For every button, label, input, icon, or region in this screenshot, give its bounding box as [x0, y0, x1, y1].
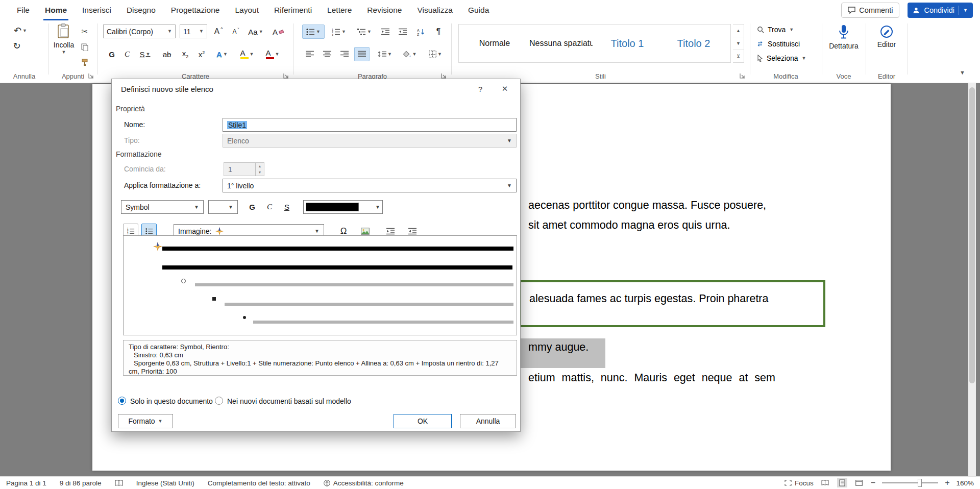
style-normale[interactable]: Normale	[463, 39, 526, 48]
format-painter-button[interactable]	[78, 55, 91, 69]
print-layout-view-icon[interactable]	[837, 478, 847, 487]
dialog-underline-button[interactable]: S	[279, 200, 295, 214]
sort-button[interactable]: AZ	[413, 25, 429, 39]
ok-button[interactable]: OK	[394, 414, 452, 428]
dialog-close-button[interactable]: ✕	[495, 81, 515, 96]
bullet-size-dropdown[interactable]: ▼	[208, 200, 238, 214]
tab-visualizza[interactable]: Visualizza	[409, 0, 460, 20]
type-dropdown[interactable]: Elenco▼	[223, 134, 517, 148]
radio-new-documents[interactable]	[215, 397, 223, 405]
tab-inserisci[interactable]: Inserisci	[75, 0, 119, 20]
appunti-dialog-launcher[interactable]	[88, 72, 94, 79]
select-button[interactable]: Seleziona ▼	[757, 54, 806, 62]
bullet-color-dropdown[interactable]: ▼	[303, 200, 383, 214]
align-left-button[interactable]	[302, 47, 317, 61]
proofing-book-icon[interactable]	[115, 480, 123, 486]
accessibility-indicator[interactable]: Accessibilità: conforme	[324, 479, 404, 487]
format-menu-button[interactable]: Formato▼	[118, 414, 173, 428]
web-layout-view-icon[interactable]	[854, 478, 864, 487]
zoom-in-button[interactable]: +	[945, 478, 949, 487]
tab-home[interactable]: Home	[37, 0, 75, 20]
align-center-button[interactable]	[320, 47, 335, 61]
show-formatting-button[interactable]: ¶	[431, 25, 446, 39]
italic-button[interactable]: C	[120, 47, 134, 61]
dialog-help-button[interactable]: ?	[470, 81, 491, 96]
name-input[interactable]: Stile1	[223, 118, 517, 132]
bullet-font-dropdown[interactable]: Symbol▼	[121, 200, 204, 214]
tab-layout[interactable]: Layout	[227, 0, 266, 20]
gallery-more-icon[interactable]: ⊻	[733, 50, 744, 62]
radio-only-this-document[interactable]	[118, 397, 126, 405]
focus-mode-button[interactable]: Focus	[785, 479, 814, 487]
tab-disegno[interactable]: Disegno	[119, 0, 163, 20]
strikethrough-button[interactable]: ab	[158, 47, 176, 61]
text-effects-button[interactable]: A▼	[211, 47, 233, 61]
bold-button[interactable]: G	[105, 47, 119, 61]
undo-button[interactable]: ↶▼	[9, 23, 32, 38]
text-completion-indicator[interactable]: Completamento del testo: attivato	[208, 479, 310, 487]
word-count[interactable]: 9 di 86 parole	[60, 479, 102, 487]
superscript-button[interactable]: x2	[194, 47, 209, 61]
page-indicator[interactable]: Pagina 1 di 1	[6, 479, 46, 487]
multilevel-list-button[interactable]: ▼	[353, 25, 376, 39]
tab-file[interactable]: File	[9, 0, 37, 20]
change-case-button[interactable]: Aa▼	[246, 25, 266, 39]
zoom-slider-thumb[interactable]	[918, 479, 922, 487]
share-chevron-icon[interactable]: ▼	[963, 8, 968, 13]
bullets-button[interactable]: ▼	[302, 25, 325, 39]
decrease-indent-button[interactable]	[378, 25, 393, 39]
tab-revisione[interactable]: Revisione	[359, 0, 409, 20]
redo-button[interactable]: ↻	[9, 39, 24, 53]
spinner-arrows[interactable]: ▲▼	[255, 163, 264, 176]
dialog-italic-button[interactable]: C	[262, 200, 277, 214]
grow-font-button[interactable]: A^	[211, 25, 226, 39]
highlight-color-button[interactable]: A▼	[236, 47, 258, 61]
borders-button[interactable]: ▼	[424, 47, 447, 61]
font-size-combo[interactable]: 11▼	[180, 25, 207, 38]
start-at-spinner[interactable]: 1 ▲▼	[224, 162, 264, 176]
shading-button[interactable]: ▼	[399, 47, 421, 61]
tab-guida[interactable]: Guida	[460, 0, 497, 20]
shrink-font-button[interactable]: Aˇ	[228, 25, 243, 39]
align-right-button[interactable]	[337, 47, 352, 61]
read-mode-view-icon[interactable]	[820, 478, 830, 487]
spinner-down-icon[interactable]: ▼	[256, 169, 264, 176]
gallery-down-icon[interactable]: ▼	[733, 37, 744, 50]
paste-button[interactable]: Incolla ▼	[52, 23, 76, 55]
dictate-button[interactable]: Dettatura	[822, 25, 866, 50]
underline-button[interactable]: S▼	[135, 47, 155, 61]
share-button[interactable]: Condividi ▼	[908, 3, 973, 18]
font-name-combo[interactable]: Calibri (Corpo)▼	[103, 25, 176, 38]
style-titolo-2[interactable]: Titolo 2	[662, 38, 725, 50]
clear-formatting-button[interactable]: A	[270, 25, 286, 39]
find-button[interactable]: Trova ▼	[757, 26, 794, 34]
editor-button[interactable]: Editor	[866, 25, 908, 48]
vertical-scrollbar[interactable]	[968, 83, 976, 476]
language-indicator[interactable]: Inglese (Stati Uniti)	[136, 479, 194, 487]
scrollbar-thumb[interactable]	[969, 87, 975, 383]
zoom-out-button[interactable]: −	[871, 478, 875, 487]
style-nessuna-spaziatura[interactable]: Nessuna spaziatura	[529, 39, 593, 48]
justify-button[interactable]	[354, 47, 370, 61]
copy-button[interactable]	[78, 40, 91, 54]
cut-button[interactable]: ✂	[78, 25, 91, 39]
stili-dialog-launcher[interactable]	[739, 72, 746, 79]
cancel-button[interactable]: Annulla	[460, 414, 516, 428]
tab-riferimenti[interactable]: Riferimenti	[266, 0, 320, 20]
gallery-up-icon[interactable]: ▲	[733, 25, 744, 37]
comments-button[interactable]: Commenti	[841, 3, 899, 18]
collapse-ribbon-chevron-icon[interactable]: ▼	[960, 69, 965, 76]
font-color-button[interactable]: A▼	[261, 47, 284, 61]
replace-button[interactable]: Sostituisci	[757, 40, 800, 48]
apply-level-dropdown[interactable]: 1° livello▼	[223, 179, 517, 192]
increase-indent-button[interactable]	[395, 25, 410, 39]
spinner-up-icon[interactable]: ▲	[256, 163, 264, 169]
line-spacing-button[interactable]: ▼	[374, 47, 396, 61]
subscript-button[interactable]: x2	[178, 47, 193, 61]
tab-lettere[interactable]: Lettere	[320, 0, 359, 20]
zoom-slider[interactable]	[882, 482, 938, 483]
dialog-bold-button[interactable]: G	[244, 200, 260, 214]
style-titolo-1[interactable]: Titolo 1	[596, 38, 659, 50]
numbering-button[interactable]: 123▼	[328, 25, 350, 39]
tab-progettazione[interactable]: Progettazione	[163, 0, 228, 20]
